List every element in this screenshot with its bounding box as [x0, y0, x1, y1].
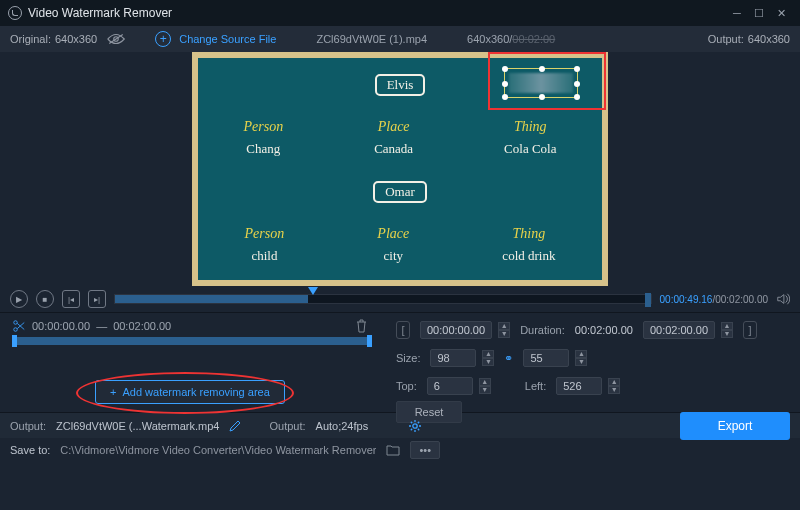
clip-panel: 00:00:00.00 — 00:02:00.00 + Add watermar…	[0, 313, 380, 412]
original-dims: 640x360	[55, 33, 97, 45]
val-thing-1: Cola Cola	[504, 141, 556, 157]
output-label: Output:	[708, 33, 744, 45]
size-label: Size:	[396, 352, 420, 364]
left-label: Left:	[525, 380, 546, 392]
plus-icon: +	[110, 386, 116, 398]
hdr-person-2: Person	[245, 226, 285, 242]
val-place-1: Canada	[374, 141, 413, 157]
prev-frame-button[interactable]: |◂	[62, 290, 80, 308]
row1: PersonChang PlaceCanada ThingCola Cola	[198, 119, 602, 157]
start-time-input[interactable]: 00:00:00.00	[420, 321, 492, 339]
minimize-button[interactable]: ─	[726, 2, 748, 24]
duration-label: Duration:	[520, 324, 565, 336]
time-current: 00:00:49.16	[660, 294, 713, 305]
edit-filename-icon[interactable]	[229, 420, 241, 432]
save-path: C:\Vidmore\Vidmore Video Converter\Video…	[60, 444, 376, 456]
save-row: Save to: C:\Vidmore\Vidmore Video Conver…	[0, 438, 800, 462]
open-folder-icon[interactable]	[386, 444, 400, 456]
val-place-2: city	[384, 248, 404, 264]
settings-panel: 00:00:00.00 — 00:02:00.00 + Add watermar…	[0, 312, 800, 412]
volume-icon[interactable]	[776, 292, 790, 306]
output-format-value: Auto;24fps	[316, 420, 369, 432]
output-dims: 640x360	[748, 33, 790, 45]
bracket-end-icon[interactable]: ]	[743, 321, 757, 339]
size-width-input[interactable]: 98	[430, 349, 476, 367]
hdr-place-1: Place	[378, 119, 410, 135]
preview-area: Elvis PersonChang PlaceCanada ThingCola …	[0, 52, 800, 286]
title-bar: Video Watermark Remover ─ ☐ ✕	[0, 0, 800, 26]
hdr-place-2: Place	[377, 226, 409, 242]
output-file-label: Output:	[10, 420, 46, 432]
settings-gear-icon[interactable]	[408, 419, 422, 433]
name-box-1: Elvis	[375, 74, 426, 96]
next-frame-button[interactable]: ▸|	[88, 290, 106, 308]
top-label: Top:	[396, 380, 417, 392]
aspect-lock-icon[interactable]: ⚭	[504, 352, 513, 365]
plus-circle-icon: +	[155, 31, 171, 47]
video-preview[interactable]: Elvis PersonChang PlaceCanada ThingCola …	[192, 52, 608, 286]
top-input[interactable]: 6	[427, 377, 473, 395]
clip-range-bar[interactable]	[12, 337, 372, 345]
stop-button[interactable]: ■	[36, 290, 54, 308]
output-fmt-label: Output:	[269, 420, 305, 432]
seek-end-marker[interactable]	[645, 293, 651, 307]
reset-button[interactable]: Reset	[396, 401, 462, 423]
params-panel: [ 00:00:00.00 ▲▼ Duration:00:02:00.00 00…	[380, 313, 800, 412]
val-person-2: child	[251, 248, 277, 264]
svg-point-3	[14, 328, 18, 332]
change-source-button[interactable]: + Change Source File	[155, 31, 276, 47]
maximize-button[interactable]: ☐	[748, 2, 770, 24]
app-logo-icon	[8, 6, 22, 20]
playback-bar: ▶ ■ |◂ ▸| 00:00:49.16/00:02:00.00	[0, 286, 800, 312]
left-input[interactable]: 526	[556, 377, 602, 395]
duration-value: 00:02:00.00	[575, 322, 633, 338]
clip-end: 00:02:00.00	[113, 320, 171, 332]
output-filename: ZCl69dVtW0E (...Watermark.mp4	[56, 420, 219, 432]
val-person-1: Chang	[246, 141, 280, 157]
app-title: Video Watermark Remover	[28, 6, 172, 20]
annotation-rect	[488, 52, 606, 110]
browse-button[interactable]: •••	[410, 441, 440, 459]
name-box-2: Omar	[373, 181, 427, 203]
change-source-label: Change Source File	[179, 33, 276, 45]
seek-track[interactable]	[114, 294, 652, 304]
preview-toggle-icon[interactable]	[107, 33, 125, 45]
close-button[interactable]: ✕	[770, 2, 792, 24]
size-height-spinner[interactable]: ▲▼	[575, 350, 587, 366]
add-watermark-area-label: Add watermark removing area	[122, 386, 269, 398]
source-filename: ZCl69dVtW0E (1).mp4	[316, 33, 427, 45]
dims-orig: 640x360	[467, 33, 509, 45]
hdr-person-1: Person	[243, 119, 283, 135]
left-spinner[interactable]: ▲▼	[608, 378, 620, 394]
add-watermark-area-button[interactable]: + Add watermark removing area	[95, 380, 285, 404]
size-height-input[interactable]: 55	[523, 349, 569, 367]
export-button[interactable]: Export	[680, 412, 790, 440]
size-width-spinner[interactable]: ▲▼	[482, 350, 494, 366]
delete-clip-icon[interactable]	[355, 319, 368, 333]
time-total: 00:02:00.00	[715, 294, 768, 305]
row2: Personchild Placecity Thingcold drink	[198, 226, 602, 264]
source-dims: 640x360/00:02:00	[467, 33, 555, 45]
start-time-spinner[interactable]: ▲▼	[498, 322, 510, 338]
svg-point-2	[14, 321, 18, 325]
val-thing-2: cold drink	[502, 248, 555, 264]
info-bar: Original: 640x360 + Change Source File Z…	[0, 26, 800, 52]
seek-knob[interactable]	[308, 287, 318, 295]
save-label: Save to:	[10, 444, 50, 456]
end-time-spinner[interactable]: ▲▼	[721, 322, 733, 338]
svg-point-4	[413, 423, 417, 427]
seek-fill	[115, 295, 308, 303]
export-label: Export	[718, 419, 753, 433]
clip-dash: —	[96, 320, 107, 332]
clip-start: 00:00:00.00	[32, 320, 90, 332]
original-label: Original:	[10, 33, 51, 45]
play-button[interactable]: ▶	[10, 290, 28, 308]
scissor-icon	[12, 319, 26, 333]
dims-strike: 00:02:00	[512, 33, 555, 45]
hdr-thing-2: Thing	[513, 226, 546, 242]
time-display: 00:00:49.16/00:02:00.00	[660, 294, 768, 305]
bracket-start-icon[interactable]: [	[396, 321, 410, 339]
hdr-thing-1: Thing	[514, 119, 547, 135]
top-spinner[interactable]: ▲▼	[479, 378, 491, 394]
end-time-input[interactable]: 00:02:00.00	[643, 321, 715, 339]
